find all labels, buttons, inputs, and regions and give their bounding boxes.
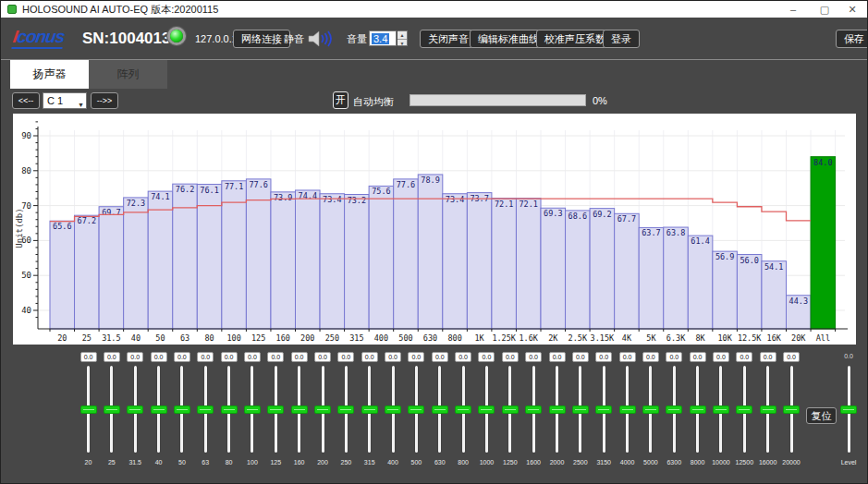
slider-value-box[interactable]: 0.0	[314, 352, 331, 362]
slider-handle[interactable]	[244, 405, 261, 414]
slider-value-box[interactable]: 0.0	[361, 352, 378, 362]
slider-handle[interactable]	[478, 405, 495, 414]
x-tick-label: 250	[325, 333, 339, 343]
slider-value-box[interactable]: 0.0	[267, 352, 284, 362]
slider-value-box[interactable]: 0.0	[736, 352, 752, 362]
slider-value-box[interactable]: 0.0	[104, 352, 120, 362]
slider-value-box[interactable]: 0.0	[760, 352, 776, 362]
slider-handle[interactable]	[408, 405, 424, 414]
slider-value-box[interactable]: 0.0	[408, 352, 424, 362]
slider-handle[interactable]	[221, 405, 238, 414]
reset-button[interactable]: 复位	[806, 407, 837, 424]
tab-array[interactable]: 阵列	[89, 60, 167, 89]
speaker-icon[interactable]	[307, 30, 335, 48]
login-button[interactable]: 登录	[603, 30, 640, 48]
tab-speaker[interactable]: 扬声器	[10, 60, 89, 89]
stepper-up-icon[interactable]: ▲	[397, 31, 407, 40]
eq-bar-40	[124, 198, 149, 329]
slider-handle[interactable]	[432, 405, 448, 414]
slider-value-box[interactable]: 0.0	[642, 352, 659, 362]
title-bar[interactable]: HOLOSOUND AI AUTO-EQ 版本:20200115 – ▢ ✕	[1, 1, 868, 18]
slider-value-box[interactable]: 0.0	[221, 352, 238, 362]
volume-stepper[interactable]: ▲▼	[397, 30, 408, 46]
maximize-button[interactable]: ▢	[812, 2, 837, 17]
prev-channel-button[interactable]: <<--	[12, 92, 40, 109]
slider-value-box[interactable]: 0.0	[244, 352, 261, 362]
slider-handle[interactable]	[713, 405, 729, 414]
slider-value-box[interactable]: 0.0	[713, 352, 729, 362]
slider-value-box[interactable]: 0.0	[174, 352, 190, 362]
slider-value-box[interactable]: 0.0	[197, 352, 214, 362]
slider-handle[interactable]	[502, 405, 519, 414]
slider-handle[interactable]	[174, 405, 190, 414]
network-connect-button[interactable]: 网络连接	[233, 30, 290, 48]
slider-handle[interactable]	[642, 405, 659, 414]
slider-value-box[interactable]: 0.0	[80, 352, 97, 362]
slider-value-box[interactable]: 0.0	[595, 352, 612, 362]
next-channel-button[interactable]: -->>	[91, 92, 118, 109]
slider-handle[interactable]	[361, 405, 378, 414]
slider-handle[interactable]	[314, 405, 331, 414]
bar-value-label: 74.1	[151, 192, 169, 201]
eq-slider-25: 0.025	[102, 348, 122, 473]
slider-handle[interactable]	[104, 405, 120, 414]
slider-value-box[interactable]: 0.0	[549, 352, 566, 362]
close-sound-button[interactable]: 关闭声音	[420, 30, 477, 48]
bar-value-label: 44.3	[789, 296, 808, 306]
x-tick-label: 25	[82, 333, 92, 343]
slider-value-box[interactable]: 0.0	[385, 352, 401, 362]
eq-bar-31.5	[99, 207, 124, 329]
slider-handle[interactable]	[197, 405, 214, 414]
stepper-down-icon[interactable]: ▼	[397, 40, 407, 47]
slider-value-box[interactable]: 0.0	[690, 352, 706, 362]
slider-value-box[interactable]: 0.0	[502, 352, 519, 362]
slider-handle[interactable]	[455, 405, 471, 414]
slider-value-box[interactable]: 0.0	[337, 352, 354, 362]
slider-handle[interactable]	[549, 405, 566, 414]
app-window: HOLOSOUND AI AUTO-EQ 版本:20200115 – ▢ ✕ I…	[0, 0, 868, 484]
slider-handle[interactable]	[267, 405, 284, 414]
slider-handle[interactable]	[619, 405, 636, 414]
slider-value-box[interactable]: 0.0	[525, 352, 542, 362]
slider-handle[interactable]	[736, 405, 752, 414]
save-button[interactable]: 保存	[836, 30, 868, 48]
slider-value-box[interactable]: 0.0	[127, 352, 143, 362]
slider-value-box[interactable]: 0.0	[455, 352, 471, 362]
eq-bar-800	[443, 194, 468, 329]
eq-slider-160: 0.0160	[289, 348, 310, 473]
close-button[interactable]: ✕	[839, 2, 865, 17]
x-tick-label: 10K	[717, 333, 732, 343]
slider-value-box[interactable]: 0.0	[291, 352, 308, 362]
slider-handle[interactable]	[666, 405, 682, 414]
slider-value-box[interactable]: 0.0	[151, 352, 167, 362]
slider-handle[interactable]	[690, 405, 706, 414]
slider-value-box[interactable]: 0.0	[619, 352, 636, 362]
slider-value-box[interactable]: 0.0	[572, 352, 589, 362]
channel-select[interactable]: C 1 ▼	[43, 92, 87, 109]
x-tick-label: 8K	[695, 333, 705, 343]
slider-handle[interactable]	[80, 405, 97, 414]
auto-eq-toggle-button[interactable]: 开	[333, 91, 348, 109]
minimize-button[interactable]: –	[780, 2, 806, 17]
eq-slider-4000: 0.04000	[617, 348, 638, 473]
slider-handle[interactable]	[595, 405, 612, 414]
slider-handle[interactable]	[572, 405, 589, 414]
slider-value-box[interactable]: 0.0	[666, 352, 682, 362]
slider-handle[interactable]	[783, 405, 800, 414]
slider-handle[interactable]	[127, 405, 143, 414]
slider-value-box[interactable]: 0.0	[478, 352, 495, 362]
slider-handle[interactable]	[291, 405, 308, 414]
slider-handle[interactable]	[337, 405, 354, 414]
eq-bar-1.25K	[492, 199, 517, 329]
slider-value-box[interactable]: 0.0	[783, 352, 800, 362]
bar-value-label: 77.6	[397, 180, 415, 189]
slider-handle[interactable]	[385, 405, 401, 414]
slider-handle[interactable]	[151, 405, 167, 414]
brand-logo: Iconus	[11, 27, 66, 49]
slider-handle[interactable]	[840, 405, 857, 414]
slider-handle[interactable]	[760, 405, 776, 414]
volume-input[interactable]: 3.4	[369, 30, 397, 46]
eq-slider-16000: 0.016000	[758, 348, 778, 473]
slider-handle[interactable]	[525, 405, 542, 414]
slider-value-box[interactable]: 0.0	[432, 352, 448, 362]
